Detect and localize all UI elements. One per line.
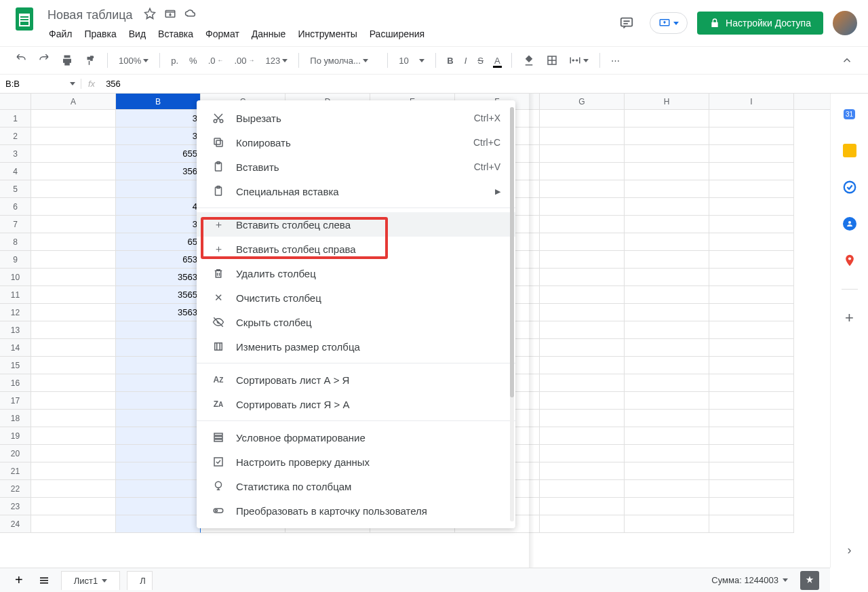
context-menu-scrollbar[interactable] [510,107,514,521]
cell-G17[interactable] [540,392,625,410]
cell-B21[interactable] [116,462,201,480]
status-summary[interactable]: Сумма: 1244003 [706,572,793,588]
cell-A21[interactable] [31,462,116,480]
explore-btn[interactable] [800,571,819,590]
share-button[interactable]: Настройки Доступа [697,12,823,35]
name-box[interactable]: B:B [0,79,81,89]
cell-G20[interactable] [540,445,625,462]
redo-icon[interactable] [34,52,54,69]
cell-I3[interactable] [709,145,794,163]
select-all-corner[interactable] [0,94,31,109]
cell-I16[interactable] [709,374,794,392]
cm-sort-za[interactable]: ZAСортировать лист Я > А [197,392,515,416]
cell-G22[interactable] [540,480,625,498]
merge-btn[interactable] [565,52,593,69]
cell-H22[interactable] [625,480,709,498]
row-header-4[interactable]: 4 [0,163,31,180]
cell-A16[interactable] [31,374,116,392]
cell-B3[interactable]: 655 [116,145,201,163]
row-header-1[interactable]: 1 [0,110,31,127]
borders-btn[interactable] [542,52,562,69]
menu-extensions[interactable]: Расширения [364,26,430,42]
cm-paste-special[interactable]: Специальная вставка▶ [197,179,515,203]
cm-sort-az[interactable]: AZСортировать лист А > Я [197,368,515,392]
cell-G4[interactable] [540,163,625,180]
keep-icon[interactable] [842,142,858,159]
cm-cond-format[interactable]: Условное форматирование [197,425,515,450]
cell-H10[interactable] [625,269,709,286]
cm-clear-col[interactable]: ✕Очистить столбец [197,285,515,310]
cell-I24[interactable] [709,515,794,533]
cloud-icon[interactable] [184,7,197,22]
cell-H8[interactable] [625,233,709,251]
paint-format-icon[interactable] [80,52,100,69]
cell-A3[interactable] [31,145,116,163]
cm-people-chip[interactable]: Преобразовать в карточку пользователя [197,498,515,523]
col-header-G[interactable]: G [540,94,625,109]
cell-A12[interactable] [31,304,116,321]
cell-I2[interactable] [709,127,794,145]
cell-H2[interactable] [625,127,709,145]
cell-B23[interactable] [116,498,201,515]
cell-A22[interactable] [31,480,116,498]
cell-G9[interactable] [540,251,625,269]
cell-A17[interactable] [31,392,116,410]
cell-B18[interactable] [116,410,201,427]
cell-I19[interactable] [709,427,794,445]
row-header-15[interactable]: 15 [0,357,31,374]
cm-data-validation[interactable]: Настроить проверку данных [197,450,515,474]
cell-I5[interactable] [709,180,794,198]
move-icon[interactable] [164,7,176,22]
cell-G14[interactable] [540,339,625,357]
cell-H3[interactable] [625,145,709,163]
menu-view[interactable]: Вид [123,26,151,42]
cell-I21[interactable] [709,462,794,480]
cell-A13[interactable] [31,321,116,339]
col-header-H[interactable]: H [625,94,709,109]
cm-paste[interactable]: ВставитьCtrl+V [197,155,515,179]
addons-plus-icon[interactable]: + [842,310,858,326]
dec-decrease-btn[interactable]: .0← [204,53,228,68]
cell-A9[interactable] [31,251,116,269]
bold-btn[interactable]: B [443,53,457,68]
cell-G5[interactable] [540,180,625,198]
cell-A2[interactable] [31,127,116,145]
cell-B1[interactable]: 3 [116,110,201,127]
cell-A14[interactable] [31,339,116,357]
sidepanel-collapse-icon[interactable]: › [842,542,858,558]
sheets-logo[interactable] [11,5,38,33]
row-header-16[interactable]: 16 [0,374,31,392]
collapse-toolbar-icon[interactable] [837,52,857,69]
cell-B15[interactable] [116,357,201,374]
cell-G24[interactable] [540,515,625,533]
cm-insert-col-right[interactable]: ＋Вставить столбец справа [197,237,515,261]
cell-A4[interactable] [31,163,116,180]
cell-I15[interactable] [709,357,794,374]
cell-A23[interactable] [31,498,116,515]
row-header-18[interactable]: 18 [0,410,31,427]
formula-input[interactable]: 356 [102,79,868,89]
cell-H23[interactable] [625,498,709,515]
user-avatar[interactable] [833,11,857,35]
row-header-14[interactable]: 14 [0,339,31,357]
more-toolbar-btn[interactable]: ⋯ [607,53,624,68]
cell-H5[interactable] [625,180,709,198]
cell-B22[interactable] [116,480,201,498]
row-header-10[interactable]: 10 [0,269,31,286]
row-header-23[interactable]: 23 [0,498,31,515]
cell-G18[interactable] [540,410,625,427]
cell-A10[interactable] [31,269,116,286]
row-header-8[interactable]: 8 [0,233,31,251]
cell-H4[interactable] [625,163,709,180]
percent-btn[interactable]: % [185,53,201,68]
cell-B17[interactable] [116,392,201,410]
cell-A11[interactable] [31,286,116,304]
cell-G2[interactable] [540,127,625,145]
cell-H6[interactable] [625,198,709,216]
cell-B19[interactable] [116,427,201,445]
cell-I9[interactable] [709,251,794,269]
cell-B20[interactable] [116,445,201,462]
cell-G15[interactable] [540,357,625,374]
cell-G10[interactable] [540,269,625,286]
cell-B13[interactable] [116,321,201,339]
